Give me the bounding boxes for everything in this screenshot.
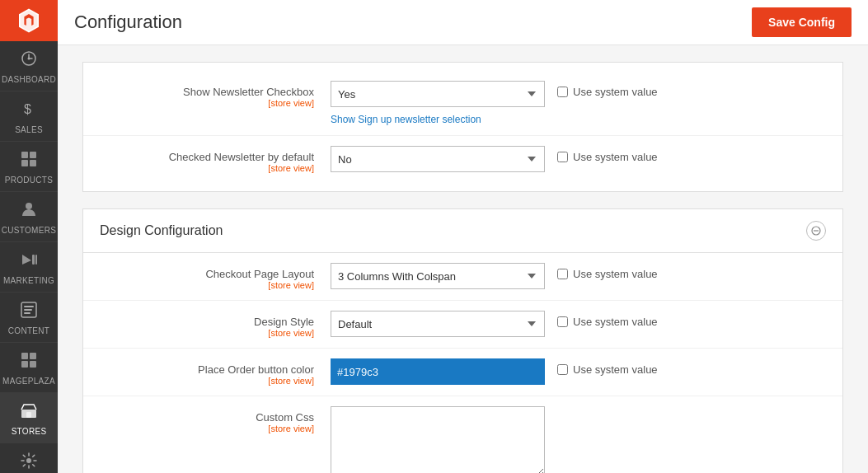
page-content: Show Newsletter Checkbox [store view] Ye… [58,45,868,473]
design-config-title: Design Configuration [100,223,223,238]
svg-rect-14 [24,312,30,314]
sidebar-item-sales-label: SALES [15,125,43,134]
sidebar-item-dashboard-label: DASHBOARD [2,75,56,84]
svg-rect-4 [30,152,36,158]
system-icon [20,452,38,473]
checked-newsletter-use-system-checkbox[interactable] [557,152,568,162]
svg-rect-3 [21,152,28,158]
custom-css-label: Custom Css [store view] [100,406,331,433]
sidebar-item-content-label: CONTENT [8,326,49,335]
show-newsletter-label: Show Newsletter Checkbox [store view] [100,81,331,108]
sidebar-item-mageplaza-label: MAGEPLAZA [2,377,55,386]
show-newsletter-controls: Yes No Show Sign up newsletter selection… [331,81,826,125]
svg-point-7 [26,203,32,209]
checked-newsletter-label: Checked Newsletter by default [store vie… [100,146,331,173]
sidebar-item-marketing-label: MARKETING [3,276,54,285]
svg-text:$: $ [24,102,31,116]
sidebar-item-products[interactable]: PRODUCTS [0,142,58,192]
sidebar-item-products-label: PRODUCTS [5,176,54,185]
svg-rect-20 [26,412,31,418]
sidebar-item-mageplaza[interactable]: MAGEPLAZA [0,343,58,393]
design-style-controls: Default Custom Use system value [331,311,826,337]
checkout-layout-use-system-checkbox[interactable] [557,269,568,279]
color-input-display[interactable]: #1979c3 [331,358,545,385]
svg-rect-15 [21,353,28,359]
sales-icon: $ [20,100,38,122]
newsletter-section: Show Newsletter Checkbox [store view] Ye… [82,62,843,192]
svg-rect-9 [32,255,35,265]
stores-icon [20,401,38,424]
svg-rect-5 [21,160,28,166]
design-style-use-system-checkbox[interactable] [557,316,568,327]
place-order-use-system: Use system value [557,358,658,376]
show-newsletter-select[interactable]: Yes No [331,81,545,107]
place-order-use-system-checkbox[interactable] [557,364,568,375]
svg-rect-13 [24,309,32,311]
sidebar-item-system[interactable]: SYSTEM [0,443,58,473]
customers-icon [20,200,38,222]
collapse-button[interactable] [806,221,826,241]
collapse-icon [811,226,821,236]
custom-css-controls: Example: .step-title{background-color: #… [331,406,826,473]
checkout-layout-select[interactable]: 1 Column 2 Columns With Left Bar 2 Colum… [331,263,545,289]
products-icon [20,150,38,172]
sidebar-item-sales[interactable]: $ SALES [0,91,58,142]
checked-newsletter-select[interactable]: Yes No [331,146,545,172]
mageplaza-icon [20,351,38,373]
svg-point-1 [28,58,30,60]
save-config-button[interactable]: Save Config [752,7,852,37]
dashboard-icon [20,49,38,72]
show-newsletter-row: Show Newsletter Checkbox [store view] Ye… [83,71,842,136]
newsletter-use-system-checkbox[interactable] [557,87,568,97]
design-config-header: Design Configuration [83,209,842,253]
svg-rect-17 [21,361,28,368]
checkout-layout-row: Checkout Page Layout [store view] 1 Colu… [83,253,842,301]
checkout-layout-label: Checkout Page Layout [store view] [100,263,331,290]
checkout-layout-use-system: Use system value [557,263,658,280]
sidebar-item-stores-label: STORES [12,427,47,436]
design-style-select[interactable]: Default Custom [331,311,545,337]
page-title: Configuration [74,12,182,33]
svg-rect-18 [30,361,36,368]
place-order-color-controls: #1979c3 Use system value [331,358,826,385]
main-area: Configuration Save Config Show Newslette… [58,0,868,473]
sidebar-item-dashboard[interactable]: DASHBOARD [0,41,58,91]
sidebar: DASHBOARD $ SALES PRODUCTS CUSTOM [0,0,58,473]
page-header: Configuration Save Config [58,0,868,45]
sidebar-logo [0,0,58,41]
svg-marker-8 [22,255,31,265]
svg-point-21 [26,458,31,463]
svg-rect-10 [35,255,37,265]
checkout-layout-controls: 1 Column 2 Columns With Left Bar 2 Colum… [331,263,826,289]
svg-rect-12 [24,306,34,307]
checked-newsletter-controls: Yes No Use system value [331,146,826,172]
marketing-icon [20,251,38,273]
sidebar-item-stores[interactable]: STORES [0,393,58,443]
custom-css-textarea[interactable] [331,406,545,473]
newsletter-hint: Show Sign up newsletter selection [331,114,545,125]
svg-rect-6 [30,160,36,166]
custom-css-row: Custom Css [store view] Example: .step-t… [83,396,842,473]
design-style-label: Design Style [store view] [100,311,331,338]
sidebar-item-customers-label: CUSTOMERS [2,226,56,235]
design-style-row: Design Style [store view] Default Custom… [83,301,842,349]
design-config-section: Design Configuration Checkout Page Layou… [82,208,843,473]
sidebar-item-marketing[interactable]: MARKETING [0,242,58,293]
sidebar-item-content[interactable]: CONTENT [0,293,58,343]
design-style-use-system: Use system value [557,311,658,328]
checked-newsletter-use-system: Use system value [557,146,658,163]
newsletter-use-system: Use system value [557,81,658,98]
checked-newsletter-row: Checked Newsletter by default [store vie… [83,136,842,183]
content-icon [20,301,38,323]
place-order-color-label: Place Order button color [store view] [100,358,331,386]
place-order-color-row: Place Order button color [store view] #1… [83,349,842,396]
svg-rect-16 [30,353,36,359]
sidebar-item-customers[interactable]: CUSTOMERS [0,192,58,242]
